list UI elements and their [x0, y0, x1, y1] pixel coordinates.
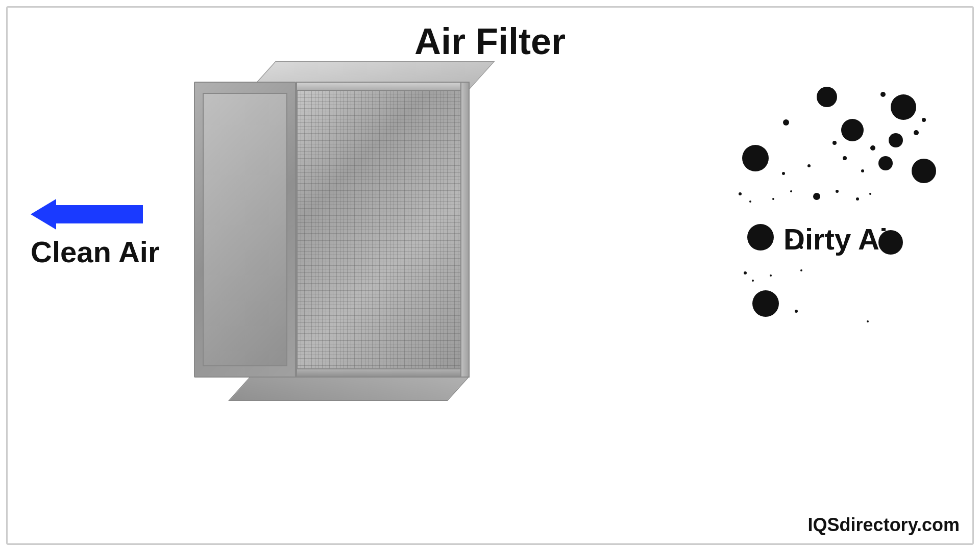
- particle: [889, 133, 903, 147]
- particle: [880, 92, 886, 97]
- particle: [867, 320, 869, 322]
- particle: [869, 193, 871, 195]
- particle: [861, 169, 864, 172]
- particle: [790, 190, 792, 192]
- particle: [800, 269, 802, 271]
- particle: [817, 87, 837, 107]
- particle: [922, 118, 926, 122]
- particle: [742, 145, 769, 171]
- particle: [832, 141, 837, 145]
- particle: [770, 274, 772, 277]
- particle: [912, 159, 936, 183]
- page-title: Air Filter: [414, 20, 566, 62]
- arrow-head-icon: [31, 199, 56, 230]
- particle: [813, 193, 820, 200]
- clean-air-section: Clean Air: [31, 199, 159, 269]
- particle: [807, 164, 811, 167]
- particle: [790, 238, 793, 241]
- dirty-air-section: Dirty Air: [735, 92, 939, 372]
- particle: [739, 192, 742, 195]
- particle: [891, 94, 916, 120]
- filter-left-panel: [194, 82, 296, 378]
- particle: [878, 156, 893, 170]
- particle: [836, 190, 839, 193]
- arrow-body: [56, 205, 143, 223]
- air-filter-illustration: [194, 61, 470, 388]
- particle: [782, 172, 785, 175]
- filter-frame-top: [296, 82, 470, 91]
- particle: [744, 271, 747, 274]
- filter-bottom-face: [228, 377, 470, 401]
- particle: [843, 156, 847, 160]
- particle: [856, 197, 859, 201]
- filter-left-inner-panel: [203, 93, 287, 366]
- particle: [749, 201, 751, 203]
- particle: [870, 145, 875, 151]
- particle: [783, 119, 789, 126]
- watermark: IQSdirectory.com: [808, 514, 960, 536]
- clean-air-label: Clean Air: [31, 235, 159, 269]
- particle: [747, 224, 774, 251]
- particle: [878, 230, 903, 255]
- arrow-container: [31, 199, 159, 230]
- filter-frame-right: [460, 82, 470, 378]
- filter-front-mesh: [296, 82, 470, 378]
- particle: [752, 280, 754, 282]
- particle: [914, 130, 919, 135]
- particle: [752, 290, 779, 317]
- particle: [800, 246, 803, 249]
- particle: [841, 119, 864, 141]
- particle: [772, 198, 774, 200]
- particle: [795, 310, 798, 313]
